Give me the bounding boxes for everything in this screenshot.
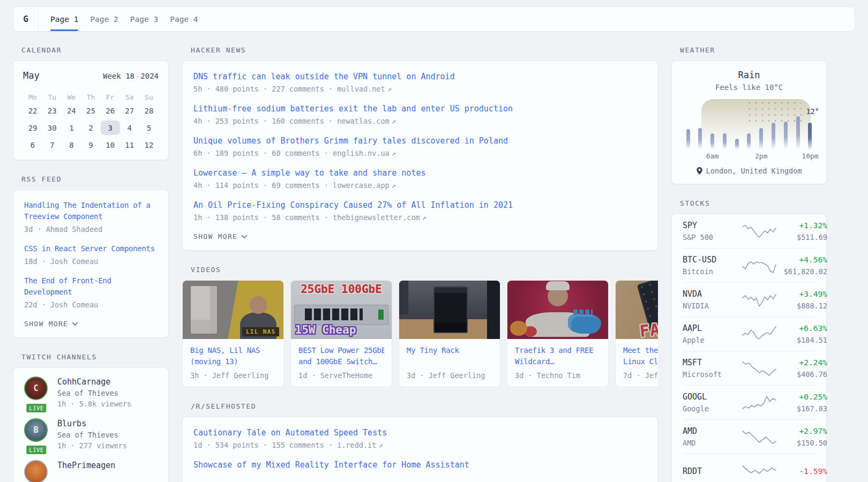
stock-row[interactable]: MSFT Microsoft +2.24% $406.76 xyxy=(683,351,815,385)
rss-show-more-button[interactable]: SHOW MORE xyxy=(24,320,78,328)
calendar-day: 6 xyxy=(23,138,42,152)
thumbnail-art-layer xyxy=(526,312,590,337)
rss-item-title[interactable]: CSS in React Server Components xyxy=(24,243,158,254)
twitch-channel-name[interactable]: Blurbs xyxy=(57,418,127,430)
weather-location: London, United Kingdom xyxy=(680,167,818,175)
stock-row[interactable]: AMD AMD +2.97% $150.50 xyxy=(683,419,815,454)
video-card[interactable]: Traefik 3 and FREEWildcard… 3d · Techno … xyxy=(507,280,609,387)
stock-identity: GOOGL Google xyxy=(683,391,743,413)
section-title-videos: VIDEOS xyxy=(191,266,658,274)
reddit-item-title[interactable]: Cautionary Tale on Automated Speed Tests xyxy=(193,427,647,439)
section-title-rss: RSS FEED xyxy=(21,175,169,183)
video-title[interactable]: Traefik 3 and FREEWildcard… xyxy=(515,345,601,367)
stock-company-name: Microsoft xyxy=(683,370,743,379)
video-thumbnail: FAST xyxy=(616,281,658,339)
video-card-body: Big NAS, Lil NAS(moving 13) 3h · Jeff Ge… xyxy=(183,339,283,387)
stock-sparkline-wrap xyxy=(743,394,776,412)
video-card-body: Meet theLinux Clu 7d · Jeff Geerling xyxy=(616,339,658,387)
video-title[interactable]: My Tiny Rack xyxy=(407,345,492,367)
stock-sparkline xyxy=(743,291,776,309)
app-logo[interactable]: G xyxy=(13,7,39,31)
video-title[interactable]: Big NAS, Lil NAS(moving 13) xyxy=(190,345,276,367)
stock-values: +1.32% $511.69 xyxy=(776,220,827,242)
stock-change-percent: +2.24% xyxy=(776,357,827,368)
video-card-body: BEST Low Power 25GbEand 100GbE Switch… 1… xyxy=(291,339,392,387)
twitch-channel-name[interactable]: CohhCarnage xyxy=(57,376,131,388)
hacker-news-list: DNS traffic can leak outside the VPN tun… xyxy=(193,71,647,223)
calendar-week-year: Week 18·2024 xyxy=(103,72,159,80)
external-link-arrow-icon: ↗ xyxy=(378,441,383,449)
stock-row[interactable]: SPY S&P 500 +1.32% $511.69 xyxy=(683,214,815,248)
rss-item: The End of Front-End Development 22d · J… xyxy=(24,275,158,310)
chevron-down-icon xyxy=(241,235,248,239)
twitch-channel-row[interactable]: ThePrimeagen xyxy=(24,460,158,482)
twitch-category[interactable]: Sea of Thieves xyxy=(57,388,131,398)
stock-identity: MSFT Microsoft xyxy=(683,357,743,379)
page-tab[interactable]: Page 1 xyxy=(44,7,84,31)
rss-item-title[interactable]: The End of Front-End Development xyxy=(24,275,158,298)
hacker-news-item-title[interactable]: DNS traffic can leak outside the VPN tun… xyxy=(193,71,647,82)
stock-values: +6.63% $184.51 xyxy=(776,323,827,345)
stock-values: -1.59% xyxy=(776,466,827,477)
reddit-item-title[interactable]: Showcase of my Mixed Reality Interface f… xyxy=(193,459,647,471)
stock-sparkline-wrap xyxy=(743,462,776,480)
video-thumbnail: 25GbE 100GbE 15W Cheap xyxy=(291,281,392,339)
rss-item-meta: 18d · Josh Comeau xyxy=(24,256,158,267)
calendar-day: 29 xyxy=(23,120,42,135)
stock-change-percent: +0.25% xyxy=(776,391,827,402)
stock-row[interactable]: GOOGL Google +0.25% $167.03 xyxy=(683,385,815,419)
thumbnail-text: 25GbE 100GbE xyxy=(291,283,392,296)
calendar-day-grid: 222324252627282930123456789101112 xyxy=(23,103,159,152)
video-card[interactable]: LIL NAS Big NAS, Lil NAS(moving 13) 3h ·… xyxy=(182,280,284,387)
stock-price: $61,820.02 xyxy=(776,267,827,276)
page-tabs: Page 1 Page 2 Page 3 Page 4 xyxy=(44,7,204,31)
video-title[interactable]: Meet theLinux Clu xyxy=(623,345,658,367)
stock-row[interactable]: AAPL Apple +6.63% $184.51 xyxy=(683,317,815,351)
dashboard-page: G Page 1 Page 2 Page 3 Page 4 CALENDAR M… xyxy=(0,0,868,482)
stock-row[interactable]: BTC-USD Bitcoin +4.56% $61,820.02 xyxy=(683,248,815,282)
twitch-channel-info: Blurbs Sea of Thieves 1h · 277 viewers xyxy=(57,418,127,451)
calendar-day: 10 xyxy=(101,138,120,152)
video-title[interactable]: BEST Low Power 25GbEand 100GbE Switch… xyxy=(298,345,384,367)
page-tab[interactable]: Page 4 xyxy=(164,7,204,31)
weather-bar-slot: 2pm xyxy=(757,102,766,149)
twitch-avatar: B xyxy=(24,418,48,442)
stock-company-name: Google xyxy=(683,404,743,413)
video-card[interactable]: 25GbE 100GbE 15W Cheap BEST Low Power 25… xyxy=(290,280,392,387)
stock-sparkline xyxy=(743,428,776,446)
hacker-news-item-title[interactable]: Lowercase – A simple way to take and sha… xyxy=(193,167,647,179)
stock-change-percent: -1.59% xyxy=(776,466,827,477)
hacker-news-item-title[interactable]: Unique volumes of Brothers Grimm fairy t… xyxy=(193,135,647,147)
hacker-news-item: Lithium-free sodium batteries exit the l… xyxy=(193,103,647,126)
video-card[interactable]: My Tiny Rack 3d · Jeff Geerling xyxy=(399,280,500,387)
calendar-day: 3 xyxy=(101,120,120,135)
hacker-news-item-title[interactable]: Lithium-free sodium batteries exit the l… xyxy=(193,103,647,115)
stock-row[interactable]: RDDT -1.59% xyxy=(683,454,815,482)
temperature-bars: 6am xyxy=(683,102,815,149)
stock-values: +4.56% $61,820.02 xyxy=(776,254,827,276)
twitch-channel-row[interactable]: C LIVE CohhCarnage Sea of Thieves 1h · 5… xyxy=(24,376,158,409)
live-badge: LIVE xyxy=(25,403,47,413)
reddit-item: Cautionary Tale on Automated Speed Tests… xyxy=(193,427,647,450)
stock-identity: BTC-USD Bitcoin xyxy=(683,254,743,276)
twitch-category[interactable]: Sea of Thieves xyxy=(57,430,127,440)
current-temp-label: 12° xyxy=(806,107,819,116)
calendar-weekday: Su xyxy=(139,92,159,103)
dashboard-columns: CALENDAR May Week 18·2024 MoTuWeThFrSaSu… xyxy=(13,46,855,482)
reddit-section: /R/SELFHOSTED Cautionary Tale on Automat… xyxy=(182,402,658,482)
stock-row[interactable]: NVDA NVIDIA +3.49% $888.12 xyxy=(683,282,815,317)
page-tab[interactable]: Page 2 xyxy=(84,7,124,31)
twitch-channel-row[interactable]: B LIVE Blurbs Sea of Thieves 1h · 277 vi… xyxy=(24,418,158,451)
video-thumbnail: LIL NAS xyxy=(183,281,283,339)
video-card[interactable]: FAST Meet theLinux Clu 7d · Jeff Geerlin… xyxy=(615,280,658,387)
rss-item-title[interactable]: Handling The Indentation of a Treeview C… xyxy=(24,200,158,222)
video-meta: 7d · Jeff Geerling xyxy=(623,371,658,380)
hacker-news-item-meta: 1h · 138 points · 58 comments · thebigne… xyxy=(193,212,647,223)
calendar-weekday: Sa xyxy=(120,92,139,103)
page-tab[interactable]: Page 3 xyxy=(124,7,164,31)
right-column: WEATHER Rain Feels like 10°C xyxy=(671,46,827,482)
hacker-news-item-title[interactable]: An Oil Price-Fixing Conspiracy Caused 27… xyxy=(193,199,647,211)
temperature-bar xyxy=(698,128,702,149)
twitch-channel-name[interactable]: ThePrimeagen xyxy=(57,460,115,471)
hacker-news-show-more-button[interactable]: SHOW MORE xyxy=(193,232,248,240)
